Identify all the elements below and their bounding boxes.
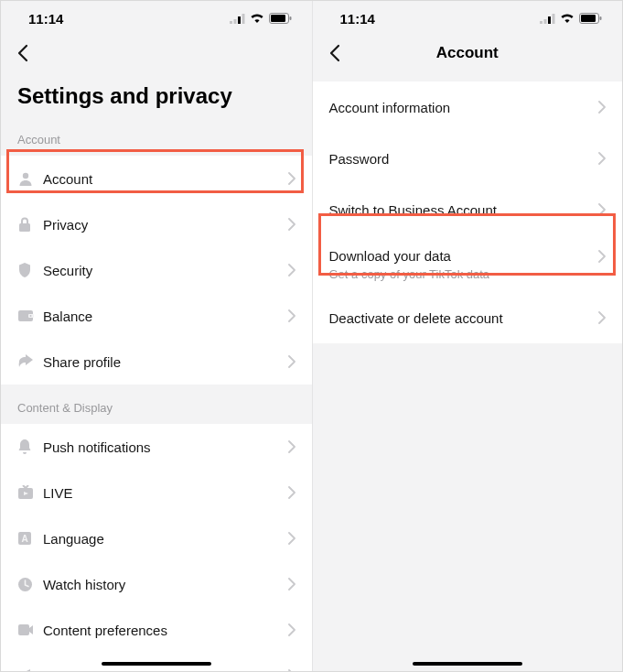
list-item-switch-business[interactable]: Switch to Business Account — [313, 184, 623, 235]
megaphone-icon — [17, 668, 43, 671]
chevron-right-icon — [288, 669, 295, 671]
list-item-label: Push notifications — [43, 439, 288, 455]
chevron-right-icon — [288, 218, 295, 231]
chevron-right-icon — [598, 152, 606, 165]
account-menu-list: Account information Password Switch to B… — [313, 81, 623, 343]
chevron-right-icon — [288, 172, 295, 185]
status-bar: 11:14 — [1, 1, 312, 36]
share-icon — [17, 354, 43, 369]
status-time: 11:14 — [28, 11, 63, 27]
list-item-label: Balance — [43, 309, 288, 324]
svg-point-11 — [30, 315, 32, 317]
svg-rect-2 — [238, 16, 241, 24]
person-icon — [17, 170, 43, 187]
chevron-right-icon — [288, 486, 295, 499]
list-item-content-preferences[interactable]: Content preferences — [1, 607, 312, 653]
chevron-right-icon — [288, 309, 295, 322]
video-icon — [17, 623, 43, 636]
list-item-label: Account — [43, 171, 288, 187]
svg-rect-6 — [289, 16, 291, 20]
nav-header: Account — [313, 36, 623, 70]
list-item-sublabel: Get a copy of your TikTok data — [329, 267, 607, 281]
settings-screen: 11:14 Settings and privacy Account Accou… — [1, 1, 312, 671]
bell-icon — [17, 439, 43, 455]
chevron-right-icon — [288, 264, 295, 276]
live-icon — [17, 485, 43, 500]
list-item-label: Content preferences — [43, 623, 288, 638]
list-item-language[interactable]: A Language — [1, 515, 312, 561]
svg-rect-1 — [233, 19, 236, 24]
list-item-account[interactable]: Account — [1, 156, 312, 201]
list-item-label: Ads — [43, 668, 288, 672]
list-item-label: Account information — [329, 100, 599, 115]
list-item-label: Deactivate or delete account — [329, 310, 599, 326]
page-title: Settings and privacy — [1, 70, 312, 116]
status-indicators — [230, 13, 292, 24]
list-item-label: Watch history — [43, 577, 288, 592]
list-item-label: Download your data — [329, 248, 599, 264]
nav-header — [1, 36, 312, 70]
svg-rect-3 — [242, 14, 244, 24]
list-item-share-profile[interactable]: Share profile — [1, 339, 312, 385]
svg-rect-0 — [230, 21, 232, 24]
list-item-label: Share profile — [43, 354, 288, 370]
wifi-icon — [560, 13, 575, 24]
signal-icon — [540, 14, 555, 24]
chevron-right-icon — [288, 623, 295, 636]
chevron-right-icon — [288, 440, 295, 453]
home-indicator[interactable] — [102, 662, 211, 666]
list-item-label: Switch to Business Account — [329, 202, 599, 218]
svg-rect-18 — [540, 21, 542, 24]
signal-icon — [230, 14, 245, 24]
language-icon: A — [17, 531, 43, 546]
list-item-label: LIVE — [43, 485, 288, 501]
chevron-right-icon — [598, 203, 606, 216]
list-item-deactivate[interactable]: Deactivate or delete account — [313, 292, 623, 343]
wifi-icon — [250, 13, 264, 24]
section-label-account: Account — [1, 116, 312, 156]
list-item-push-notifications[interactable]: Push notifications — [1, 424, 312, 470]
svg-rect-19 — [544, 19, 547, 24]
svg-rect-23 — [581, 15, 596, 22]
chevron-right-icon — [288, 532, 295, 545]
shield-icon — [17, 262, 43, 278]
chevron-left-icon — [17, 44, 28, 62]
svg-rect-21 — [553, 14, 555, 24]
content-list: Push notifications LIVE A Language Watch… — [1, 424, 312, 671]
status-bar: 11:14 — [313, 1, 623, 36]
home-indicator[interactable] — [413, 662, 522, 666]
back-button[interactable] — [326, 40, 344, 66]
svg-point-7 — [23, 173, 28, 179]
svg-text:A: A — [21, 534, 27, 544]
svg-rect-8 — [19, 223, 30, 232]
account-screen: 11:14 Account Account information Passwo… — [312, 1, 623, 671]
nav-title: Account — [313, 44, 623, 62]
chevron-right-icon — [288, 355, 295, 368]
account-list: Account Privacy Security Balance — [1, 156, 312, 385]
back-button[interactable] — [14, 40, 32, 66]
svg-rect-20 — [548, 16, 551, 24]
battery-icon — [579, 13, 602, 24]
section-label-content: Content & Display — [1, 385, 312, 424]
list-item-label: Privacy — [43, 217, 288, 233]
list-item-balance[interactable]: Balance — [1, 293, 312, 339]
list-item-privacy[interactable]: Privacy — [1, 201, 312, 247]
svg-rect-5 — [271, 15, 285, 22]
chevron-right-icon — [288, 578, 295, 591]
list-item-security[interactable]: Security — [1, 247, 312, 293]
list-item-download-data[interactable]: Download your data Get a copy of your Ti… — [313, 235, 623, 292]
list-item-label: Security — [43, 263, 288, 278]
chevron-right-icon — [598, 311, 606, 324]
list-item-password[interactable]: Password — [313, 133, 623, 184]
list-item-watch-history[interactable]: Watch history — [1, 561, 312, 607]
list-item-label: Language — [43, 531, 288, 547]
list-item-label: Password — [329, 151, 599, 167]
svg-rect-24 — [600, 16, 602, 20]
chevron-left-icon — [329, 44, 340, 62]
lock-icon — [17, 216, 43, 233]
list-item-live[interactable]: LIVE — [1, 470, 312, 515]
chevron-right-icon — [598, 250, 606, 263]
chevron-right-icon — [598, 101, 606, 114]
clock-icon — [17, 577, 43, 592]
list-item-account-information[interactable]: Account information — [313, 81, 623, 133]
